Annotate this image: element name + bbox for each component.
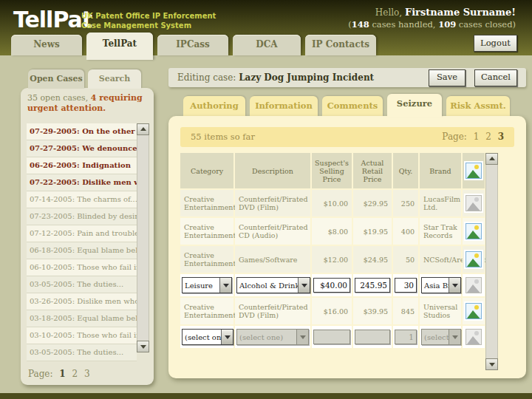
nav-tab-dca[interactable]: DCA <box>233 35 301 55</box>
nav-tab-tellpat[interactable]: TellPat <box>86 33 153 60</box>
cell-image[interactable] <box>463 246 485 273</box>
case-list-item[interactable]: 03-10-2005: Those who fail in... <box>27 327 137 344</box>
case-list-item[interactable]: 06-10-2005: Those who fail in... <box>27 259 137 276</box>
column-header-description: Description <box>235 153 310 188</box>
cell-qty-edit: 30 <box>393 274 418 296</box>
nav-tab-news[interactable]: News <box>11 35 82 55</box>
image-icon[interactable] <box>466 223 482 239</box>
description-select[interactable]: Alcohol & Drink <box>236 277 310 293</box>
case-date: 03-10-2005: <box>30 331 75 339</box>
column-header-image <box>463 153 485 188</box>
new-category-select[interactable]: (select one) <box>182 329 233 345</box>
editing-case-name: Lazy Dog Jumping Incident <box>239 72 374 83</box>
chevron-down-icon[interactable] <box>219 278 231 293</box>
case-title: Those who fail in... <box>77 331 137 339</box>
case-date: 06-18-2005: <box>30 246 75 254</box>
logout-button[interactable]: Logout <box>474 35 517 52</box>
case-list-item[interactable]: 07-27-2005: We denounce wi... <box>27 140 137 157</box>
case-date: 07-29-2005: <box>30 127 80 135</box>
category-select[interactable]: Leisure <box>182 277 232 293</box>
scroll-down-icon[interactable] <box>485 358 498 370</box>
case-title: On the other ha... <box>82 127 137 135</box>
seizure-panel: 55 items so far Page: 1 2 3 Category Des… <box>168 116 526 378</box>
seizure-pagination: Page: 1 2 3 <box>442 127 504 147</box>
case-list-item[interactable]: 03-18-2005: Equal blame bel... <box>27 310 137 327</box>
selling-price-input[interactable]: $40.00 <box>313 278 350 293</box>
app-subtitle: UK Patent Office IP Enforcement Case Man… <box>81 11 216 30</box>
chevron-down-icon <box>449 330 460 344</box>
page-number-1[interactable]: 1 <box>59 369 65 379</box>
tab-comments[interactable]: Comments <box>322 96 383 117</box>
sidebar-tab-search[interactable]: Search <box>88 69 141 89</box>
tab-information[interactable]: Information <box>250 96 318 117</box>
brand-select[interactable]: Asia Br <box>421 277 461 293</box>
cases-summary: 35 open cases, 4 requiring urgent attent… <box>27 93 147 114</box>
page-number-3[interactable]: 3 <box>498 132 504 142</box>
case-title: Indignation <box>82 161 131 169</box>
save-button[interactable]: Save <box>429 69 466 86</box>
chevron-down-icon[interactable] <box>221 330 233 344</box>
page-number-2[interactable]: 2 <box>72 369 78 379</box>
case-date: 07-12-2005: <box>30 229 75 237</box>
case-list-item[interactable]: 07-23-2005: Blinded by desire <box>27 208 137 225</box>
retail-price-input[interactable]: 245.95 <box>355 278 390 293</box>
case-title: The duties... <box>77 280 123 288</box>
cell-retail-price: $24.95 <box>353 246 392 273</box>
cell-qty-new: 1 <box>393 326 418 348</box>
subtitle-line2: Case Management System <box>81 21 216 30</box>
cell-category: Creative Entertainment <box>180 190 233 216</box>
case-list-scrollbar[interactable] <box>137 123 149 352</box>
cell-brand-edit: Asia Br <box>420 274 461 296</box>
scroll-down-icon[interactable] <box>137 341 149 352</box>
app-window: TellPat UK Patent Office IP Enforcement … <box>0 0 532 399</box>
sidebar-tab-open-cases[interactable]: Open Cases <box>28 69 84 89</box>
cell-retail-price: $29.95 <box>353 190 392 216</box>
cell-category-new: (select one) <box>180 326 233 348</box>
case-list-item[interactable]: 07-29-2005: On the other ha... <box>27 123 137 140</box>
image-icon[interactable] <box>466 303 482 319</box>
cell-description-new: (select one) <box>235 326 310 348</box>
handled-count: 148 <box>352 19 369 30</box>
cancel-button[interactable]: Cancel <box>474 69 517 86</box>
page-number-2[interactable]: 2 <box>485 132 491 142</box>
chevron-down-icon[interactable] <box>298 278 310 293</box>
cell-selling-price: $8.00 <box>312 218 352 245</box>
page-number-1[interactable]: 1 <box>474 132 480 142</box>
tab-seizure[interactable]: Seizure <box>387 94 442 117</box>
case-title: Dislike men who... <box>77 297 137 305</box>
new-selling-price-input <box>313 330 350 344</box>
case-list-item[interactable]: 03-05-2005: The duties... <box>27 344 137 361</box>
cell-image[interactable] <box>463 298 485 324</box>
tab-risk-assmt[interactable]: Risk Assmt. <box>446 96 510 117</box>
case-list-item[interactable]: 03-26-2005: Dislike men who... <box>27 293 137 310</box>
case-date: 03-05-2005: <box>30 280 75 288</box>
nav-tab-ip-contacts[interactable]: IP Contacts <box>305 35 376 55</box>
case-list-item[interactable]: 07-22-2005: Dislike men who... <box>27 174 137 191</box>
cell-brand: NCSoft/ArenaNet <box>420 246 461 273</box>
case-list-item[interactable]: 06-26-2005: Indignation <box>27 157 137 174</box>
tab-authoring[interactable]: Authoring <box>183 96 245 117</box>
cell-image[interactable] <box>463 218 485 245</box>
scroll-up-icon[interactable] <box>137 123 149 135</box>
nav-tab-ipcass[interactable]: IPCass <box>157 35 228 55</box>
scroll-up-icon[interactable] <box>485 153 498 165</box>
case-list-item[interactable]: 06-18-2005: Equal blame bel... <box>27 242 137 259</box>
qty-input[interactable]: 30 <box>395 278 417 293</box>
editing-case-bar: Editing case: Lazy Dog Jumping Incident … <box>168 68 526 87</box>
case-list-item[interactable]: 07-12-2005: Pain and trouble <box>27 225 137 242</box>
case-list-item[interactable]: 07-14-2005: The charms of... <box>27 191 137 208</box>
cell-image <box>463 190 485 216</box>
column-header-retail-price: Actual Retail Price <box>353 153 392 188</box>
image-icon[interactable] <box>466 251 482 267</box>
case-date: 07-14-2005: <box>30 195 75 203</box>
case-list-item[interactable]: 03-05-2005: The duties... <box>27 276 137 293</box>
table-scrollbar[interactable] <box>485 153 498 370</box>
select-placeholder: (select one) <box>237 333 296 341</box>
new-brand-select: (select <box>421 329 461 345</box>
cell-brand: LucasFilm Ltd. <box>420 190 461 216</box>
select-placeholder: (select one) <box>183 333 221 341</box>
cell-selling-price: $16.00 <box>312 298 352 324</box>
column-header-qty: Qty. <box>393 153 418 188</box>
chevron-down-icon[interactable] <box>449 278 460 293</box>
page-number-3[interactable]: 3 <box>84 369 90 379</box>
